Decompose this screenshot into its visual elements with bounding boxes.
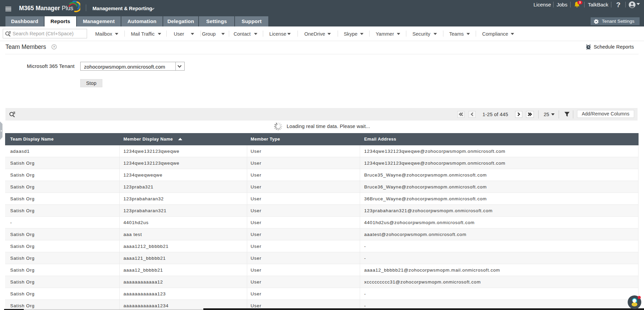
svg-text:?: ? (53, 45, 55, 49)
